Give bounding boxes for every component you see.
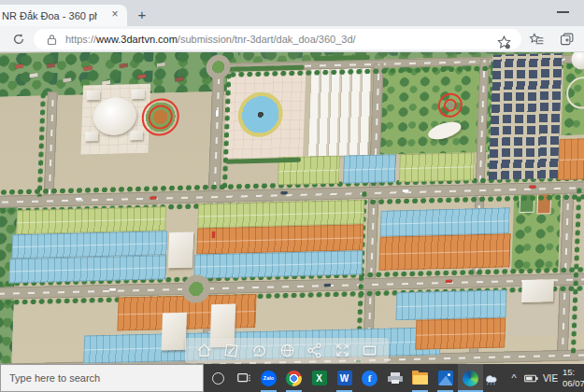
share-icon[interactable] bbox=[306, 342, 323, 359]
browser-window: NR Đắk Đoa - 360 phân lô × + https://www… bbox=[0, 0, 584, 392]
display-icon[interactable] bbox=[361, 342, 378, 359]
hotspot-marker[interactable] bbox=[141, 98, 179, 136]
car bbox=[212, 231, 215, 238]
weather-rain-icon bbox=[481, 371, 500, 385]
task-view-icon bbox=[236, 371, 251, 385]
favorite-add-icon[interactable] bbox=[496, 35, 512, 50]
tab-strip: NR Đắk Đoa - 360 phân lô × + bbox=[0, 0, 584, 26]
clock-date: 06/07 bbox=[563, 378, 584, 389]
plot-block-orange bbox=[196, 224, 363, 254]
taskbar-app-file-explorer[interactable] bbox=[407, 364, 433, 392]
language-indicator[interactable]: VIE bbox=[540, 364, 561, 392]
plot-block-cyan bbox=[8, 255, 166, 283]
battery-tray-button[interactable] bbox=[521, 364, 540, 392]
home-icon[interactable] bbox=[195, 342, 213, 359]
tab-title: NR Đắk Đoa - 360 phân lô bbox=[2, 10, 97, 21]
fullscreen-icon[interactable] bbox=[334, 342, 351, 359]
tab-close-icon[interactable]: × bbox=[108, 8, 121, 21]
clock-time: 15: bbox=[563, 367, 584, 378]
map-scene bbox=[0, 52, 584, 364]
plot-block-green bbox=[16, 206, 166, 234]
office-building bbox=[521, 279, 554, 302]
taskbar-app-printer[interactable] bbox=[382, 364, 407, 392]
car bbox=[529, 186, 535, 189]
pen-square-icon[interactable] bbox=[222, 342, 240, 359]
collections-icon[interactable] bbox=[559, 32, 575, 48]
taskbar-app-facebook[interactable]: f bbox=[357, 364, 382, 392]
admin-wing bbox=[130, 131, 143, 140]
plot-block-cyan bbox=[380, 207, 510, 236]
admin-wing bbox=[85, 132, 98, 141]
villa-rows bbox=[489, 53, 563, 180]
taskbar: Type here to search Zalo X W bbox=[0, 364, 584, 392]
plot-block-cyan bbox=[395, 289, 506, 320]
taskbar-app-chrome[interactable] bbox=[281, 364, 306, 392]
car bbox=[109, 288, 116, 291]
taskbar-apps: Zalo X W f bbox=[206, 364, 483, 392]
photos-icon bbox=[438, 371, 453, 385]
plot-block-cyan bbox=[193, 250, 363, 278]
office-building bbox=[168, 232, 193, 269]
edge-icon bbox=[463, 371, 478, 386]
excel-icon: X bbox=[312, 371, 327, 385]
zalo-icon: Zalo bbox=[261, 371, 277, 386]
taskbar-search-box[interactable]: Type here to search bbox=[0, 364, 204, 392]
plot-block-orange bbox=[378, 233, 510, 270]
globe-icon[interactable] bbox=[278, 342, 296, 359]
autorotate-icon[interactable] bbox=[250, 342, 268, 359]
car bbox=[446, 280, 452, 283]
car bbox=[281, 191, 288, 194]
car bbox=[76, 197, 82, 200]
taskbar-app-word[interactable]: W bbox=[332, 364, 357, 392]
cortana-icon bbox=[212, 372, 224, 385]
car bbox=[402, 189, 408, 192]
viewer-toolbar bbox=[185, 338, 389, 363]
plot-block-orange bbox=[558, 138, 584, 180]
office-building bbox=[162, 313, 187, 351]
weather-tray-button[interactable] bbox=[478, 364, 503, 392]
favorites-bar-icon[interactable] bbox=[529, 32, 545, 48]
taskbar-clock[interactable]: 15: 06/07 bbox=[563, 367, 584, 389]
search-placeholder: Type here to search bbox=[9, 372, 100, 384]
window-minimize-button[interactable] bbox=[557, 11, 569, 13]
plot-block-cyan bbox=[343, 154, 396, 183]
word-icon: W bbox=[337, 371, 352, 385]
plot-block-green bbox=[399, 152, 475, 182]
taskbar-app-zalo[interactable]: Zalo bbox=[256, 364, 281, 392]
battery-icon bbox=[524, 374, 538, 383]
tray-overflow-chevron[interactable]: ^ bbox=[507, 364, 520, 392]
reload-icon[interactable] bbox=[11, 32, 26, 47]
cortana-button[interactable] bbox=[206, 364, 231, 392]
url-host: www.3dartvn.com bbox=[96, 34, 178, 45]
map-360-view[interactable] bbox=[0, 52, 584, 364]
printer-icon bbox=[388, 372, 403, 385]
chrome-icon bbox=[286, 371, 302, 386]
plot-block-cyan bbox=[11, 231, 167, 259]
url-path: /submission/tnr-3dart/dak_doa/360_3d/ bbox=[178, 34, 356, 45]
car bbox=[216, 110, 219, 117]
new-tab-button[interactable]: + bbox=[134, 7, 150, 23]
lock-icon bbox=[47, 34, 57, 46]
admin-wing bbox=[87, 91, 100, 100]
file-explorer-icon bbox=[412, 372, 428, 385]
facebook-icon: f bbox=[362, 371, 377, 386]
address-bar: https://www.3dartvn.com/submission/tnr-3… bbox=[0, 26, 584, 52]
url-text: https://www.3dartvn.com/submission/tnr-3… bbox=[65, 34, 356, 45]
taskbar-app-photos[interactable] bbox=[433, 364, 458, 392]
url-scheme: https:// bbox=[65, 34, 96, 45]
tab-tnr-dak-doa[interactable]: NR Đắk Đoa - 360 phân lô × bbox=[0, 5, 127, 26]
car bbox=[324, 284, 331, 287]
taskbar-app-excel[interactable]: X bbox=[306, 364, 332, 392]
admin-wing bbox=[131, 90, 144, 99]
task-view-button[interactable] bbox=[231, 364, 256, 392]
url-field[interactable]: https://www.3dartvn.com/submission/tnr-3… bbox=[34, 29, 521, 49]
plot-block-orange bbox=[415, 317, 506, 349]
car bbox=[150, 197, 157, 200]
